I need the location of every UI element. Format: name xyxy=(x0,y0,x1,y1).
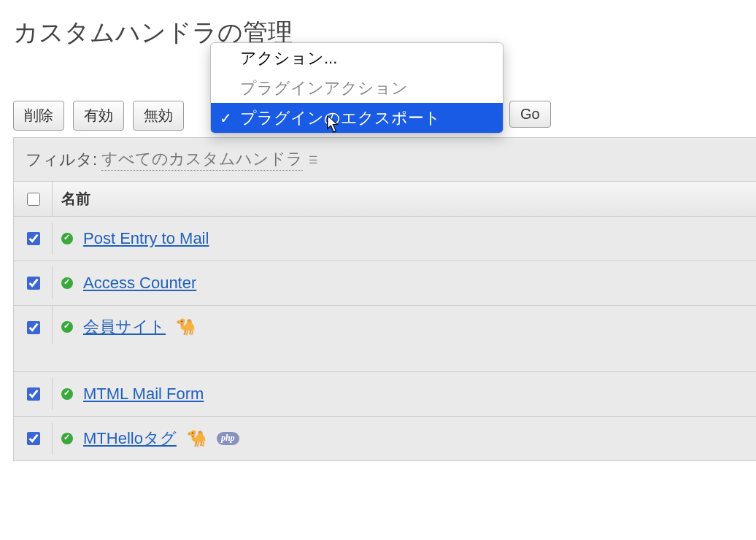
select-all-checkbox[interactable] xyxy=(27,193,40,206)
row-checkbox[interactable] xyxy=(27,277,40,290)
status-ok-icon xyxy=(61,233,73,244)
actions-dropdown[interactable]: アクション... プラグインアクション ✓ プラグインのエクスポート xyxy=(210,42,504,134)
php-icon: php xyxy=(217,432,239,445)
perl-camel-icon: 🐪 xyxy=(176,317,196,336)
table-header: 名前 xyxy=(14,181,756,217)
table-row: Access Counter xyxy=(14,261,756,306)
status-ok-icon xyxy=(61,277,73,289)
enable-button[interactable]: 有効 xyxy=(73,101,124,131)
list-icon[interactable]: ☰ xyxy=(307,155,320,165)
row-checkbox[interactable] xyxy=(27,232,40,245)
row-name-link[interactable]: Access Counter xyxy=(83,274,196,293)
filter-bar: フィルタ: すべてのカスタムハンドラ ☰ xyxy=(14,138,756,181)
toolbar: 削除 有効 無効 アクション... プラグインアクション ✓ プラグインのエクス… xyxy=(13,79,756,137)
row-name-link[interactable]: MTML Mail Form xyxy=(83,385,204,404)
status-ok-icon xyxy=(61,321,73,333)
go-button[interactable]: Go xyxy=(509,101,551,128)
delete-button[interactable]: 削除 xyxy=(13,101,64,131)
row-name-link[interactable]: Post Entry to Mail xyxy=(83,229,209,248)
row-name-link[interactable]: 会員サイト xyxy=(83,316,166,338)
listing-panel: フィルタ: すべてのカスタムハンドラ ☰ 名前 Post Entry to Ma… xyxy=(13,137,756,461)
status-ok-icon xyxy=(61,388,73,400)
dropdown-item-export-plugin[interactable]: ✓ プラグインのエクスポート xyxy=(211,103,503,133)
dropdown-item-label: プラグインのエクスポート xyxy=(240,109,441,127)
table-row: MTML Mail Form xyxy=(14,372,756,417)
dropdown-group-label: プラグインアクション xyxy=(211,73,503,103)
filter-current-link[interactable]: すべてのカスタムハンドラ xyxy=(101,148,303,171)
row-name-link[interactable]: MTHelloタグ xyxy=(83,428,177,450)
table-row: Post Entry to Mail xyxy=(14,217,756,261)
filter-prefix: フィルタ: xyxy=(26,149,97,171)
dropdown-actions-label[interactable]: アクション... xyxy=(211,43,503,73)
row-checkbox[interactable] xyxy=(27,432,40,445)
status-ok-icon xyxy=(61,433,73,444)
row-checkbox[interactable] xyxy=(27,387,40,401)
disable-button[interactable]: 無効 xyxy=(133,101,184,131)
table-row: 会員サイト🐪 xyxy=(14,306,756,372)
table-row: MTHelloタグ🐪php xyxy=(14,417,756,461)
perl-camel-icon: 🐪 xyxy=(187,429,207,448)
row-checkbox[interactable] xyxy=(27,321,40,334)
column-header-name[interactable]: 名前 xyxy=(53,182,756,216)
check-icon: ✓ xyxy=(220,107,232,129)
